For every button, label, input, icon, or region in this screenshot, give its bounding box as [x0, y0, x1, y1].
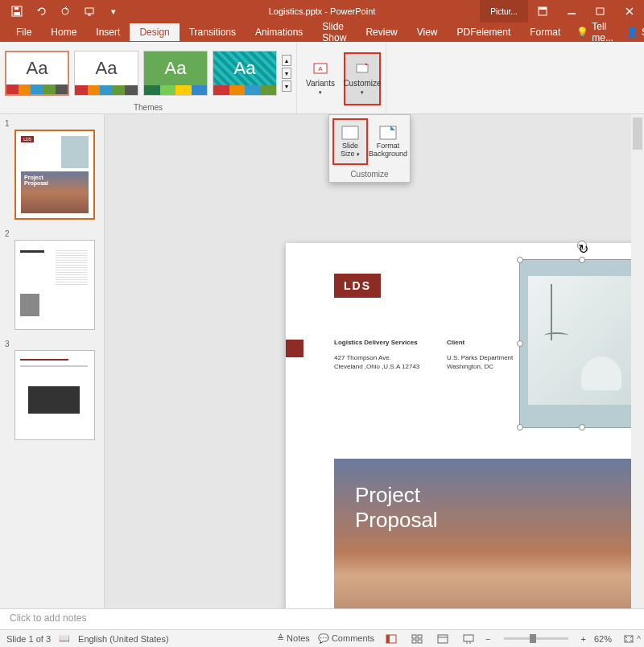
handle-w[interactable]	[517, 340, 523, 347]
ribbon-display-button[interactable]	[528, 0, 557, 23]
tab-review[interactable]: Review	[356, 23, 407, 41]
quick-access-toolbar: ▾	[0, 0, 126, 23]
thumb-2[interactable]	[14, 240, 95, 330]
tab-home[interactable]: Home	[41, 23, 86, 41]
minimize-button[interactable]	[557, 0, 586, 23]
rotate-handle[interactable]: ↻	[577, 241, 587, 250]
view-normal-button[interactable]	[382, 632, 400, 646]
client-line2: Washington, DC	[447, 362, 513, 371]
handle-n[interactable]	[579, 257, 585, 263]
client-line1: U.S. Parks Department	[447, 353, 513, 362]
slide-counter[interactable]: Slide 1 of 3	[6, 634, 51, 644]
slide-canvas[interactable]: LDS Logistics Delivery Services 427 Thom…	[105, 114, 644, 608]
redo-button[interactable]	[53, 0, 77, 23]
zoom-out-button[interactable]: −	[485, 634, 490, 644]
comments-toggle[interactable]: 💬 Comments	[318, 633, 374, 644]
zoom-in-button[interactable]: +	[581, 634, 586, 644]
handle-sw[interactable]	[517, 424, 523, 431]
tab-animations[interactable]: Animations	[246, 23, 312, 41]
thumb-3[interactable]	[14, 350, 95, 440]
theme-4[interactable]: Aa	[213, 51, 277, 96]
theme-office[interactable]: Aa	[5, 51, 69, 96]
format-background-label: FormatBackground	[369, 142, 407, 158]
view-slideshow-button[interactable]	[460, 632, 477, 646]
selected-picture[interactable]: ↻	[519, 259, 644, 428]
thumb-1[interactable]: LDS ProjectProposal	[14, 130, 95, 220]
tab-file[interactable]: File	[6, 23, 41, 41]
red-accent-square	[286, 340, 303, 357]
svg-point-3	[62, 8, 68, 14]
slide-1: LDS Logistics Delivery Services 427 Thom…	[286, 243, 644, 608]
language[interactable]: English (United States)	[78, 634, 169, 644]
svg-rect-14	[342, 126, 358, 139]
slide-size-label: SlideSize ▾	[341, 142, 360, 158]
hero-image[interactable]: ProjectProposal	[334, 459, 644, 608]
svg-rect-24	[464, 635, 473, 641]
tab-design[interactable]: Design	[130, 23, 179, 41]
thumb-3-wrap: 3	[5, 340, 99, 440]
view-sorter-button[interactable]	[408, 632, 426, 646]
company-info[interactable]: Logistics Delivery Services 427 Thompson…	[334, 338, 419, 372]
person-icon: 👤	[626, 27, 638, 38]
svg-rect-18	[412, 635, 416, 638]
notes-pane[interactable]: Click to add notes	[0, 608, 644, 629]
collapse-ribbon-button[interactable]: ^	[637, 635, 641, 644]
slide-size-button[interactable]: SlideSize ▾	[332, 118, 368, 165]
client-info[interactable]: Client U.S. Parks Department Washington,…	[447, 338, 513, 372]
zoom-slider[interactable]	[504, 637, 568, 640]
themes-more-button[interactable]: ▴ ▾ ▾	[282, 55, 291, 92]
spellcheck-icon[interactable]: 📖	[59, 633, 70, 644]
fit-to-window-button[interactable]	[620, 632, 638, 646]
svg-rect-4	[85, 8, 93, 14]
svg-rect-20	[412, 640, 416, 643]
customize-icon	[354, 61, 370, 77]
tab-pdfelement[interactable]: PDFelement	[448, 23, 521, 41]
notes-toggle[interactable]: ≜ Notes	[277, 633, 310, 644]
handle-nw[interactable]	[517, 257, 523, 263]
format-background-icon	[379, 126, 397, 140]
customize-button[interactable]: Customize ▾	[344, 52, 381, 105]
themes-label: Themes	[134, 101, 163, 112]
handle-s[interactable]	[579, 424, 585, 431]
window-title: Logistics.pptx - PowerPoint	[269, 6, 376, 16]
logo-lds[interactable]: LDS	[334, 274, 381, 298]
tab-view[interactable]: View	[407, 23, 448, 41]
variants-customize-group: A Variants ▾ Customize ▾	[297, 42, 386, 113]
company-name: Logistics Delivery Services	[334, 338, 419, 347]
customize-dropdown: SlideSize ▾ FormatBackground Customize	[328, 114, 411, 183]
vertical-scrollbar[interactable]	[631, 114, 644, 608]
status-bar: Slide 1 of 3 📖 English (United States) ≜…	[0, 629, 644, 647]
zoom-value[interactable]: 62%	[594, 634, 612, 644]
save-button[interactable]	[5, 0, 29, 23]
thumb-1-wrap: 1 LDS ProjectProposal	[5, 119, 99, 220]
company-addr1: 427 Thompson Ave.	[334, 353, 419, 362]
dropdown-group-label: Customize	[329, 168, 410, 182]
thumb-2-num: 2	[5, 229, 99, 238]
svg-rect-13	[357, 64, 368, 72]
customize-label: Customize	[343, 79, 381, 88]
start-from-beginning-button[interactable]	[77, 0, 101, 23]
theme-3[interactable]: Aa	[143, 51, 208, 96]
ribbon-tabs: File Home Insert Design Transitions Anim…	[0, 23, 644, 42]
truck	[495, 602, 624, 608]
svg-rect-8	[597, 8, 604, 14]
view-reading-button[interactable]	[434, 632, 452, 646]
themes-group: Aa Aa Aa Aa ▴ ▾ ▾ Themes	[0, 42, 297, 113]
tab-transitions[interactable]: Transitions	[180, 23, 246, 41]
picture-tools-tab[interactable]: Pictur...	[480, 0, 528, 23]
format-background-button[interactable]: FormatBackground	[369, 118, 407, 165]
variants-button[interactable]: A Variants ▾	[302, 52, 339, 105]
svg-rect-19	[418, 635, 422, 638]
close-button[interactable]	[615, 0, 644, 23]
undo-button[interactable]	[29, 0, 53, 23]
theme-2[interactable]: Aa	[74, 51, 138, 96]
share-button[interactable]: 👤Share	[620, 27, 644, 38]
tab-format[interactable]: Format	[520, 23, 570, 41]
tab-insert[interactable]: Insert	[86, 23, 130, 41]
tell-me[interactable]: 💡Tell me...	[570, 21, 620, 43]
thumb-2-wrap: 2	[5, 229, 99, 330]
svg-rect-17	[386, 635, 390, 643]
qat-customize-button[interactable]: ▾	[101, 0, 126, 23]
workspace: SlideSize ▾ FormatBackground Customize 1…	[0, 114, 644, 608]
maximize-button[interactable]	[586, 0, 615, 23]
